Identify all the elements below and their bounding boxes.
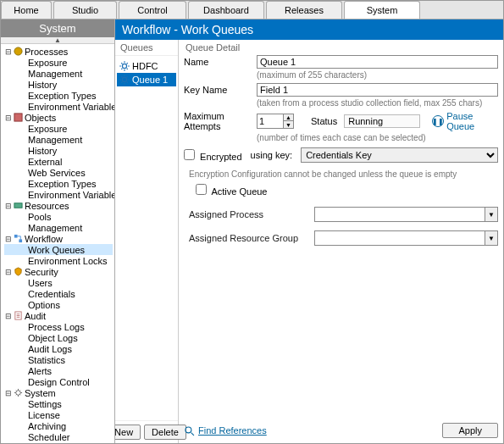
workflow-icon: [13, 234, 23, 244]
tree-item[interactable]: Options: [4, 299, 113, 310]
tab-studio[interactable]: Studio: [53, 1, 117, 19]
sidebar-header: System: [1, 19, 114, 37]
tree-item[interactable]: Audit Logs: [4, 343, 113, 354]
system-icon: [13, 388, 23, 398]
usingkey-label: using key:: [251, 150, 293, 160]
audit-icon: [13, 311, 23, 321]
tree-item[interactable]: Management: [4, 68, 113, 79]
search-icon: [184, 425, 195, 436]
keyname-hint: (taken from a process studio collection …: [257, 98, 498, 108]
encrypted-checkbox[interactable]: Encrypted: [184, 149, 242, 162]
maxattempts-hint: (number of times each case can be select…: [257, 133, 498, 142]
name-label: Name: [184, 57, 252, 67]
status-label: Status: [311, 116, 337, 126]
pause-queue-link[interactable]: ❚❚ Pause Queue: [432, 111, 498, 131]
encryption-note: Encryption Configuration cannot be chang…: [189, 169, 498, 179]
tree-item[interactable]: Archiving: [4, 420, 113, 431]
security-icon: [13, 267, 23, 277]
new-button[interactable]: New: [115, 425, 141, 440]
tree-node-objects[interactable]: ⊟Objects: [4, 112, 113, 123]
tree-item[interactable]: Process Logs: [4, 321, 113, 332]
tree-item[interactable]: Exception Types: [4, 90, 113, 101]
chevron-down-icon: ▼: [485, 231, 497, 245]
top-tabs: Home Studio Control Dashboard Releases S…: [1, 1, 503, 19]
sidebar-scroll-up[interactable]: ▲: [1, 37, 114, 44]
tree-item[interactable]: Environment Variables: [4, 101, 113, 112]
tab-control[interactable]: Control: [119, 1, 186, 19]
find-references-link[interactable]: Find References: [184, 425, 267, 436]
tree-node-system[interactable]: ⊟System: [4, 387, 113, 398]
tree-item[interactable]: Settings: [4, 398, 113, 409]
assigned-process-select[interactable]: ▼: [314, 207, 498, 222]
maxattempts-input[interactable]: [258, 114, 283, 128]
tree-item[interactable]: Environment Locks: [4, 255, 113, 266]
tree-item[interactable]: Web Services: [4, 167, 113, 178]
svg-point-9: [186, 426, 191, 432]
spin-down-icon[interactable]: ▼: [283, 121, 293, 128]
assigned-resource-group-label: Assigned Resource Group: [189, 233, 307, 243]
gear-icon: [119, 60, 130, 72]
tree-node-security[interactable]: ⊟Security: [4, 266, 113, 277]
tree-item[interactable]: Exposure: [4, 123, 113, 134]
name-hint: (maximum of 255 characters): [257, 70, 498, 80]
maxattempts-spinner[interactable]: ▲▼: [257, 114, 294, 129]
tree-item[interactable]: Management: [4, 222, 113, 233]
tree-item[interactable]: Design Control: [4, 376, 113, 387]
tree-item[interactable]: Environment Variables: [4, 189, 113, 200]
tree-item[interactable]: External: [4, 156, 113, 167]
tree-item[interactable]: Exposure: [4, 57, 113, 68]
resources-icon: [13, 201, 23, 211]
tree-item[interactable]: Statistics: [4, 354, 113, 365]
tree-item[interactable]: Exception Types: [4, 178, 113, 189]
tab-home[interactable]: Home: [1, 1, 52, 19]
queues-list: HDFC Queue 1: [115, 56, 178, 420]
active-queue-checkbox[interactable]: Active Queue: [196, 184, 268, 197]
detail-header: Queue Detail: [184, 40, 498, 55]
queue-item[interactable]: HDFC: [117, 59, 176, 73]
queues-header: Queues: [115, 40, 178, 56]
tree-item[interactable]: History: [4, 145, 113, 156]
tree-item[interactable]: Alerts: [4, 365, 113, 376]
usingkey-select[interactable]: Credentials Key: [301, 147, 498, 163]
pause-icon: ❚❚: [432, 115, 444, 127]
assigned-resource-group-select[interactable]: ▼: [314, 230, 498, 246]
status-value: Running: [344, 114, 420, 128]
tree-item[interactable]: Pools: [4, 211, 113, 222]
tree-item[interactable]: Calendar: [4, 442, 113, 443]
assigned-process-label: Assigned Process: [189, 209, 307, 219]
tree-item[interactable]: Credentials: [4, 288, 113, 299]
queue-item[interactable]: Queue 1: [117, 73, 176, 86]
tree-item[interactable]: Users: [4, 277, 113, 288]
tree-node-audit[interactable]: ⊟Audit: [4, 310, 113, 321]
tree-node-workflow[interactable]: ⊟Workflow: [4, 233, 113, 244]
tree-item[interactable]: License: [4, 409, 113, 420]
svg-point-0: [14, 47, 21, 55]
apply-button[interactable]: Apply: [442, 423, 498, 438]
tab-system[interactable]: System: [344, 1, 420, 19]
svg-rect-3: [14, 235, 17, 238]
queue-item-label: Queue 1: [132, 75, 168, 85]
svg-point-8: [122, 77, 126, 81]
page-title: Workflow - Work Queues: [115, 19, 503, 40]
tree-item-work-queues[interactable]: Work Queues: [4, 244, 113, 255]
keyname-label: Key Name: [184, 85, 252, 95]
object-icon: [13, 113, 23, 123]
tab-releases[interactable]: Releases: [266, 1, 342, 19]
process-icon: [13, 47, 23, 57]
svg-rect-2: [14, 203, 21, 208]
tree-item[interactable]: Management: [4, 134, 113, 145]
gear-icon: [119, 74, 130, 86]
tab-dashboard[interactable]: Dashboard: [188, 1, 264, 19]
chevron-down-icon: ▼: [485, 208, 497, 221]
tree-node-processes[interactable]: ⊟Processes: [4, 46, 113, 57]
tree-item[interactable]: Object Logs: [4, 332, 113, 343]
sidebar-tree: ⊟Processes Exposure Management History E…: [1, 44, 114, 443]
svg-point-7: [122, 64, 126, 68]
queue-item-label: HDFC: [132, 61, 158, 71]
tree-item[interactable]: History: [4, 79, 113, 90]
name-input[interactable]: [257, 55, 498, 69]
tree-item[interactable]: Scheduler: [4, 431, 113, 442]
spin-up-icon[interactable]: ▲: [283, 114, 293, 121]
keyname-input[interactable]: [257, 83, 498, 97]
tree-node-resources[interactable]: ⊟Resources: [4, 200, 113, 211]
